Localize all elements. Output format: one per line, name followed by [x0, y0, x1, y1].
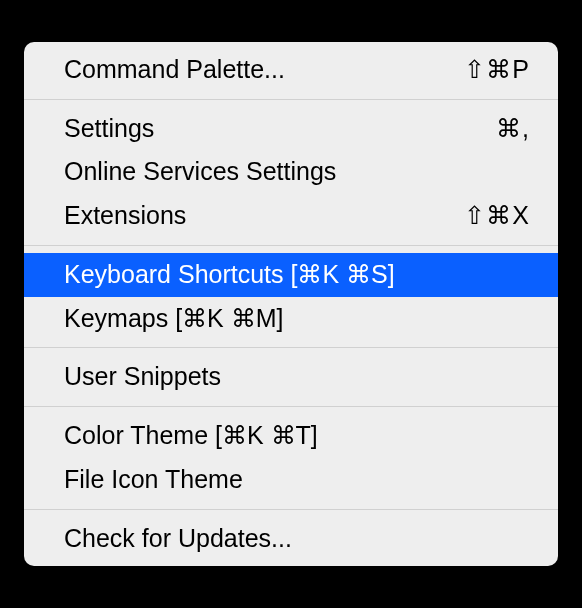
- menu-item-online-services-settings[interactable]: Online Services Settings: [24, 150, 558, 194]
- menu-item-keyboard-shortcuts[interactable]: Keyboard Shortcuts [⌘K ⌘S]: [24, 253, 558, 297]
- menu-item-label: Keyboard Shortcuts [⌘K ⌘S]: [64, 258, 395, 292]
- menu-item-settings[interactable]: Settings ⌘,: [24, 107, 558, 151]
- menu-item-label: File Icon Theme: [64, 463, 243, 497]
- menu-separator: [24, 245, 558, 246]
- menu-item-user-snippets[interactable]: User Snippets: [24, 355, 558, 399]
- menu-item-check-for-updates[interactable]: Check for Updates...: [24, 517, 558, 561]
- menu-separator: [24, 347, 558, 348]
- menu-separator: [24, 99, 558, 100]
- menu-item-color-theme[interactable]: Color Theme [⌘K ⌘T]: [24, 414, 558, 458]
- menu-item-file-icon-theme[interactable]: File Icon Theme: [24, 458, 558, 502]
- menu-item-label: Color Theme [⌘K ⌘T]: [64, 419, 318, 453]
- menu-item-keymaps[interactable]: Keymaps [⌘K ⌘M]: [24, 297, 558, 341]
- menu-item-label: Online Services Settings: [64, 155, 336, 189]
- menu-separator: [24, 406, 558, 407]
- menu-item-label: Command Palette...: [64, 53, 285, 87]
- menu-item-label: Keymaps [⌘K ⌘M]: [64, 302, 284, 336]
- context-menu: Command Palette... ⇧⌘P Settings ⌘, Onlin…: [24, 42, 558, 567]
- menu-item-shortcut: ⇧⌘P: [464, 53, 530, 87]
- menu-item-extensions[interactable]: Extensions ⇧⌘X: [24, 194, 558, 238]
- menu-item-label: Settings: [64, 112, 154, 146]
- menu-item-shortcut: ⇧⌘X: [464, 199, 530, 233]
- menu-item-label: Check for Updates...: [64, 522, 292, 556]
- menu-item-command-palette[interactable]: Command Palette... ⇧⌘P: [24, 48, 558, 92]
- menu-item-shortcut: ⌘,: [496, 112, 530, 146]
- menu-item-label: User Snippets: [64, 360, 221, 394]
- menu-item-label: Extensions: [64, 199, 186, 233]
- menu-separator: [24, 509, 558, 510]
